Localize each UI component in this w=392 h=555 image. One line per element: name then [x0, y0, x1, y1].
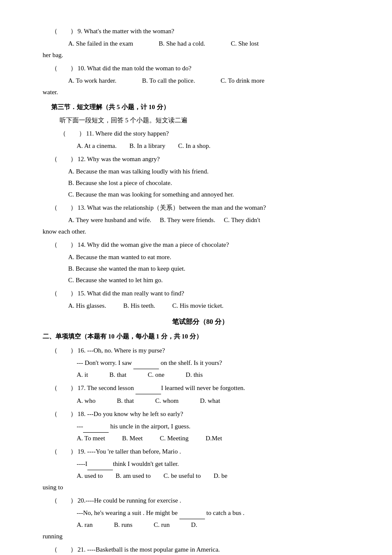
q20-text: 20.----He could be running for exercise …: [78, 495, 181, 506]
q10-optB: B. To call the police.: [142, 75, 195, 87]
q9-text: 9. What's the matter with the woman?: [78, 26, 174, 37]
q17-optC: C. whom: [155, 395, 179, 407]
q21-paren: （ ）: [51, 544, 77, 555]
exam-content: （ ） 9. What's the matter with the woman?…: [43, 26, 358, 555]
question-15: （ ） 15. What did the man really want to …: [43, 288, 358, 312]
q17-paren: （ ）: [51, 382, 77, 394]
q10-text: 10. What did the man told the woman to d…: [78, 63, 191, 74]
question-11: （ ） 11. Where did the story happen? A. A…: [43, 128, 358, 152]
q13-optA: A. They were husband and wife.: [68, 214, 151, 226]
q14-text: 14. Why did the woman give the man a pie…: [78, 239, 229, 251]
q11-paren: （ ）: [60, 128, 85, 139]
q20-optB: B. runs: [114, 519, 133, 531]
q9-optB: B. She had a cold.: [159, 38, 205, 49]
question-12: （ ） 12. Why was the woman angry? A. Beca…: [43, 153, 358, 200]
question-19: （ ） 19. ----You 're taller than before, …: [43, 446, 358, 493]
q10-optA: A. To work harder.: [68, 75, 116, 87]
q9-optC: C. She lost: [231, 38, 259, 49]
question-14: （ ） 14. Why did the woman give the man a…: [43, 239, 358, 286]
q19-continuation: using to: [43, 482, 358, 493]
section3-title: 第三节．短文理解（共 5 小题，计 10 分）: [51, 101, 358, 113]
q13-optC: C. They didn't: [224, 214, 260, 226]
q12-optA: A. Because the man was talking loudly wi…: [68, 166, 358, 177]
q15-optC: C. His movie ticket.: [172, 300, 223, 312]
q10-optC: C. To drink more: [221, 75, 265, 87]
question-13: （ ） 13. What was the relationship（关系）bet…: [43, 202, 358, 237]
q21-text: 21. ----Basketball is the most popular g…: [78, 544, 220, 555]
q19-paren: （ ）: [51, 446, 77, 457]
q11-optA: A. At a cinema.: [77, 140, 117, 152]
q11-optB: B. In a library: [130, 140, 165, 152]
q14-paren: （ ）: [51, 239, 77, 251]
q18-optC: C. Meeting: [160, 433, 189, 444]
q20-continuation: running: [43, 531, 358, 542]
q16-optA: A. it: [77, 369, 88, 381]
q16-optC: C. one: [148, 369, 164, 381]
question-16: （ ） 16. ---Oh, no. Where is my purse? --…: [43, 345, 358, 381]
question-9: （ ） 9. What's the matter with the woman?…: [43, 26, 358, 61]
q10-paren: （ ）: [51, 63, 77, 74]
q17-optA: A. who: [77, 395, 95, 407]
q14-optC: C. Because she wanted to let him go.: [68, 275, 358, 286]
q12-optC: C. Because the man was looking for somet…: [68, 189, 358, 200]
q14-optB: B. Because she wanted the man to keep qu…: [68, 263, 358, 275]
q13-paren: （ ）: [51, 202, 77, 214]
q20-paren: （ ）: [51, 495, 77, 506]
question-17: （ ） 17. The second lesson I learned will…: [43, 382, 358, 407]
q12-optB: B. Because she lost a piece of chocolate…: [68, 177, 358, 189]
q20-sub: ---No, he's wearing a suit . He might be…: [77, 507, 358, 519]
q12-text: 12. Why was the woman angry?: [78, 153, 160, 165]
q15-optB: B. His teeth.: [123, 300, 155, 312]
question-10: （ ） 10. What did the man told the woman …: [43, 63, 358, 98]
q9-continuation: her bag.: [43, 49, 358, 61]
q16-text: 16. ---Oh, no. Where is my purse?: [78, 345, 165, 356]
question-18: （ ） 18. ---Do you know why he left so ea…: [43, 408, 358, 444]
q11-text: 11. Where did the story happen?: [86, 128, 169, 139]
q18-text: 18. ---Do you know why he left so early?: [78, 408, 183, 420]
q12-paren: （ ）: [51, 153, 77, 165]
q18-sub: --- his uncle in the airport, I guess.: [77, 421, 358, 433]
q20-optD: D.: [191, 519, 197, 531]
q18-optD: D.Met: [205, 433, 222, 444]
q13-optB: B. They were friends.: [160, 214, 215, 226]
q18-optA: A. To meet: [77, 433, 105, 444]
q19-optC: C. be useful to: [164, 470, 201, 482]
q17-text: 17. The second lesson I learned will nev…: [78, 382, 245, 394]
q17-optB: B. that: [117, 395, 134, 407]
q15-paren: （ ）: [51, 288, 77, 299]
q10-continuation: water.: [43, 87, 358, 98]
q11-optC: C. In a shop.: [178, 140, 210, 152]
q16-optD: D. this: [186, 369, 203, 381]
q19-optD: D. be: [213, 470, 228, 482]
q19-sub: ----I think I wouldn't get taller.: [77, 458, 358, 470]
q15-text: 15. What did the man really want to find…: [78, 288, 184, 299]
q19-optA: A. used to: [77, 470, 103, 482]
q9-paren: （ ）: [51, 26, 77, 37]
section3-sub: 听下面一段短文，回答 5 个小题。短文读二遍: [60, 115, 358, 126]
section2-title: 二、单项填空（本题有 10 小题，每小题 1 分，共 10 分）: [43, 331, 358, 342]
q13-text: 13. What was the relationship（关系）between…: [78, 202, 266, 214]
q17-optD: D. what: [200, 395, 220, 407]
written-section-label: 笔试部分（80 分）: [43, 316, 358, 328]
q13-continuation: know each other.: [43, 226, 358, 237]
q16-paren: （ ）: [51, 345, 77, 356]
q14-optA: A. Because the man wanted to eat more.: [68, 251, 358, 263]
q20-optA: A. ran: [77, 519, 93, 531]
q9-optA: A. She failed in the exam: [68, 38, 133, 49]
q16-optB: B. that: [110, 369, 127, 381]
q18-paren: （ ）: [51, 408, 77, 420]
q20-optC: C. run: [154, 519, 170, 531]
question-20: （ ） 20.----He could be running for exerc…: [43, 495, 358, 542]
q19-text: 19. ----You 're taller than before, Mari…: [78, 446, 181, 457]
q15-optA: A. His glasses.: [68, 300, 106, 312]
question-21: （ ） 21. ----Basketball is the most popul…: [43, 544, 358, 555]
q16-sub: --- Don't worry. I saw on the shelf. Is …: [77, 357, 358, 369]
q18-optB: B. Meet: [122, 433, 143, 444]
q19-optB: B. am used to: [115, 470, 151, 482]
